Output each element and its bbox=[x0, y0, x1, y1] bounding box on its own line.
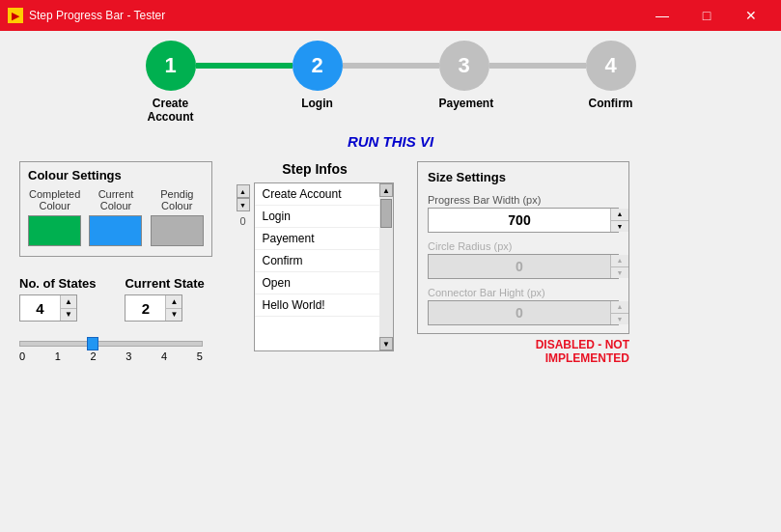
current-colour-swatch[interactable] bbox=[89, 215, 142, 246]
circle-radius-arrows: ▲ ▼ bbox=[610, 255, 628, 278]
no-of-states-down[interactable]: ▼ bbox=[61, 309, 76, 322]
progress-bar-width-field: Progress Bar Width (px) ▲ ▼ bbox=[428, 194, 619, 233]
step-1-circle: 1 bbox=[146, 41, 196, 91]
pending-colour-col: PendigColour bbox=[151, 188, 204, 246]
circle-radius-field: Circle Radius (px) ▲ ▼ bbox=[428, 240, 619, 279]
current-state-up[interactable]: ▲ bbox=[166, 295, 181, 309]
current-state-value[interactable] bbox=[126, 300, 165, 317]
scroll-track bbox=[379, 197, 393, 337]
spacer-2 bbox=[343, 97, 439, 124]
current-colour-label: CurrentColour bbox=[98, 188, 134, 211]
current-state-spinbox[interactable]: ▲ ▼ bbox=[125, 294, 182, 322]
app-icon: ▶ bbox=[8, 8, 23, 23]
no-of-states-field: No. of States ▲ ▼ bbox=[19, 276, 96, 322]
step-list-item-4[interactable]: Open bbox=[255, 272, 393, 294]
slider-thumb[interactable] bbox=[87, 337, 98, 350]
scroll-down-button[interactable]: ▼ bbox=[379, 337, 393, 350]
minimize-button[interactable]: — bbox=[640, 0, 684, 31]
step-list: Create Account Login Payement Confirm Op… bbox=[255, 183, 393, 317]
step-3-label: Payement bbox=[439, 97, 489, 124]
completed-colour-col: CompletedColour bbox=[28, 188, 81, 246]
progress-bar-width-arrows: ▲ ▼ bbox=[610, 209, 628, 232]
step-list-item-3[interactable]: Confirm bbox=[255, 250, 393, 272]
step-list-item-1[interactable]: Login bbox=[255, 206, 393, 228]
step-list-scrollbar: ▲ ▼ bbox=[379, 183, 393, 350]
colour-boxes-row: CompletedColour CurrentColour PendigColo… bbox=[28, 188, 204, 246]
no-of-states-arrows: ▲ ▼ bbox=[60, 295, 76, 321]
step-2-circle: 2 bbox=[293, 41, 343, 91]
pending-colour-swatch[interactable] bbox=[151, 215, 204, 246]
step-infos-left: ▲ ▼ 0 bbox=[237, 182, 250, 227]
step-list-item-5[interactable]: Hello World! bbox=[255, 294, 393, 317]
colour-settings-title: Colour Settings bbox=[28, 168, 204, 182]
slider-section: 0 1 2 3 4 5 bbox=[19, 337, 212, 362]
progress-section: 1 2 3 4 Create Account Login Payement Co… bbox=[19, 41, 762, 124]
states-section: No. of States ▲ ▼ Current State bbox=[19, 276, 212, 322]
step-list-item-0[interactable]: Create Account bbox=[255, 183, 393, 206]
no-of-states-spinbox[interactable]: ▲ ▼ bbox=[19, 294, 77, 322]
step-infos-title: Step Infos bbox=[282, 161, 348, 177]
progress-bar-width-value[interactable] bbox=[429, 209, 610, 232]
connector-bar-height-label: Connector Bar Hight (px) bbox=[428, 287, 619, 298]
step-list-container: Create Account Login Payement Confirm Op… bbox=[254, 182, 394, 351]
colour-settings-panel: Colour Settings CompletedColour CurrentC… bbox=[19, 161, 212, 257]
size-settings-title: Size Settings bbox=[428, 170, 619, 184]
current-state-field: Current State ▲ ▼ bbox=[125, 276, 204, 322]
run-vi-label[interactable]: RUN THIS VI bbox=[19, 133, 762, 150]
scroll-thumb[interactable] bbox=[380, 199, 392, 228]
connector-bar-height-down: ▼ bbox=[611, 314, 628, 325]
progress-bar-width-up[interactable]: ▲ bbox=[611, 209, 628, 221]
main-content: 1 2 3 4 Create Account Login Payement Co… bbox=[0, 31, 781, 532]
completed-colour-label: CompletedColour bbox=[29, 188, 80, 211]
right-panel: Size Settings Progress Bar Width (px) ▲ … bbox=[417, 161, 629, 365]
step-infos-panel: Step Infos ▲ ▼ 0 Create Account Login Pa… bbox=[228, 161, 402, 351]
connector-bar-height-arrows: ▲ ▼ bbox=[610, 301, 628, 324]
current-state-down[interactable]: ▼ bbox=[166, 309, 181, 322]
slider-labels: 0 1 2 3 4 5 bbox=[19, 350, 203, 362]
scroll-up-button[interactable]: ▲ bbox=[379, 183, 393, 197]
step-infos-down[interactable]: ▼ bbox=[237, 198, 250, 211]
connector-bar-height-value bbox=[429, 301, 610, 324]
circle-radius-label: Circle Radius (px) bbox=[428, 240, 619, 252]
slider-track[interactable] bbox=[19, 341, 203, 347]
progress-bar-width-down[interactable]: ▼ bbox=[611, 221, 628, 233]
circle-radius-down: ▼ bbox=[611, 267, 628, 279]
current-colour-col: CurrentColour bbox=[89, 188, 142, 246]
step-infos-index: 0 bbox=[239, 215, 245, 227]
title-bar: ▶ Step Progress Bar - Tester — □ ✕ bbox=[0, 0, 781, 31]
spacer-1 bbox=[196, 97, 293, 124]
step-4-circle: 4 bbox=[586, 41, 636, 91]
no-of-states-label: No. of States bbox=[19, 276, 96, 291]
slider-label-0: 0 bbox=[19, 350, 25, 362]
no-of-states-value[interactable] bbox=[20, 300, 60, 317]
slider-label-5: 5 bbox=[197, 350, 203, 362]
steps-row: 1 2 3 4 bbox=[146, 41, 636, 91]
left-panel: Colour Settings CompletedColour CurrentC… bbox=[19, 161, 212, 362]
completed-colour-swatch[interactable] bbox=[28, 215, 81, 246]
no-of-states-up[interactable]: ▲ bbox=[61, 295, 76, 309]
circle-radius-spinbox: ▲ ▼ bbox=[428, 254, 619, 279]
step-3-circle: 3 bbox=[439, 41, 489, 91]
window-controls: — □ ✕ bbox=[640, 0, 773, 31]
disabled-note: DISABLED - NOTIMPLEMENTED bbox=[417, 338, 629, 365]
close-button[interactable]: ✕ bbox=[729, 0, 773, 31]
connector-1-2 bbox=[196, 63, 293, 69]
current-state-label: Current State bbox=[125, 276, 204, 291]
step-infos-arrows: ▲ ▼ bbox=[237, 184, 250, 211]
slider-label-4: 4 bbox=[161, 350, 167, 362]
connector-3-4 bbox=[489, 63, 586, 69]
connector-bar-height-spinbox: ▲ ▼ bbox=[428, 300, 619, 325]
connector-bar-height-field: Connector Bar Hight (px) ▲ ▼ bbox=[428, 287, 619, 325]
step-4-label: Confirm bbox=[586, 97, 636, 124]
connector-bar-height-up: ▲ bbox=[611, 301, 628, 314]
size-settings-panel: Size Settings Progress Bar Width (px) ▲ … bbox=[417, 161, 629, 334]
circle-radius-up: ▲ bbox=[611, 255, 628, 267]
step-list-item-2[interactable]: Payement bbox=[255, 228, 393, 250]
current-state-arrows: ▲ ▼ bbox=[165, 295, 181, 321]
step-2-label: Login bbox=[293, 97, 343, 124]
progress-bar-width-spinbox[interactable]: ▲ ▼ bbox=[428, 208, 619, 233]
maximize-button[interactable]: □ bbox=[684, 0, 729, 31]
steps-labels: Create Account Login Payement Confirm bbox=[146, 97, 636, 124]
step-infos-up[interactable]: ▲ bbox=[237, 184, 250, 198]
bottom-row: Colour Settings CompletedColour CurrentC… bbox=[19, 161, 762, 365]
